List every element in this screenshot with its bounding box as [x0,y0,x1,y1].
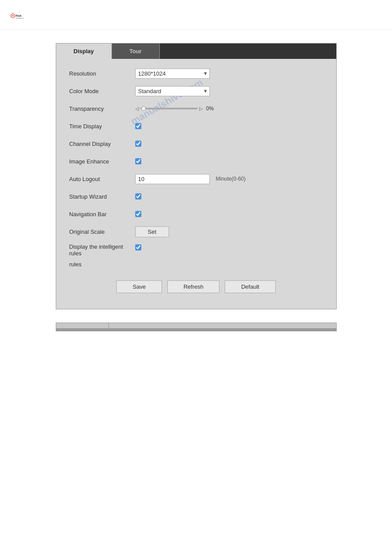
image-enhance-checkbox[interactable] [135,158,141,164]
resolution-row: Resolution 1280*1024 1920*1080 1024*768 … [69,68,323,79]
resolution-select-wrapper: 1280*1024 1920*1080 1024*768 800*600 ▼ [135,69,210,79]
action-buttons: Save Refresh Default [69,280,323,300]
display-rules-label: Display the intelligent rules [69,243,135,257]
tab-display[interactable]: Display [56,44,112,59]
auto-logout-input[interactable] [135,174,210,184]
rules-label-row: rules [69,258,323,270]
table-cell-row6-col2 [108,331,336,331]
transparency-slider-track[interactable] [140,108,198,109]
channel-display-row: Channel Display [69,138,323,149]
resolution-control: 1280*1024 1920*1080 1024*768 800*600 ▼ [135,69,210,79]
set-button[interactable]: Set [135,226,169,237]
color-mode-select[interactable]: Standard Soft Vivid [135,86,210,96]
transparency-control: ◁ ▷ 0% [135,105,214,112]
navigation-bar-control [135,211,141,217]
channel-display-label: Channel Display [69,141,135,147]
main-content: manualshive.com Display Tour Resolution … [0,30,392,345]
svg-text:TECHNOLOGY: TECHNOLOGY [16,18,24,19]
bottom-table [56,323,337,331]
table-header-col1 [56,323,108,329]
svg-text:hua: hua [16,14,22,18]
slider-left-arrow-icon: ◁ [135,106,139,112]
time-display-control [135,123,141,129]
transparency-label: Transparency [69,105,135,112]
image-enhance-row: Image Enhance [69,156,323,167]
original-scale-row: Original Scale Set [69,226,323,237]
image-enhance-control [135,158,141,164]
transparency-slider-thumb[interactable] [141,106,146,111]
save-button[interactable]: Save [116,280,162,293]
resolution-select[interactable]: 1280*1024 1920*1080 1024*768 800*600 [135,69,210,79]
display-rules-row: Display the intelligent rules [69,243,323,257]
settings-panel: manualshive.com Display Tour Resolution … [56,43,337,309]
original-scale-label: Original Scale [69,229,135,235]
rules-label: rules [69,261,135,268]
default-button[interactable]: Default [225,280,275,293]
channel-display-checkbox[interactable] [135,141,141,147]
navigation-bar-label: Navigation Bar [69,211,135,218]
startup-wizard-checkbox[interactable] [135,193,141,200]
time-display-checkbox[interactable] [135,123,141,129]
color-mode-row: Color Mode Standard Soft Vivid ▼ [69,85,323,97]
resolution-label: Resolution [69,70,135,77]
auto-logout-hint: Minute(0-60) [216,176,246,182]
table-header-col2 [108,323,336,329]
logo-area: hua TECHNOLOGY [0,0,392,30]
table-row [56,331,336,331]
transparency-row: Transparency ◁ ▷ 0% [69,103,323,114]
form-area: Resolution 1280*1024 1920*1080 1024*768 … [56,59,336,309]
navigation-bar-checkbox[interactable] [135,211,141,217]
auto-logout-label: Auto Logout [69,176,135,182]
display-rules-checkbox[interactable] [135,244,141,250]
navigation-bar-row: Navigation Bar [69,208,323,220]
table-header-row [56,323,336,329]
transparency-slider-container: ◁ ▷ 0% [135,105,214,112]
startup-wizard-row: Startup Wizard [69,191,323,202]
transparency-value: 0% [206,105,214,112]
tab-spacer [160,44,336,59]
display-rules-control [135,243,141,250]
tabs-row: Display Tour [56,44,336,59]
original-scale-control: Set [135,226,169,237]
time-display-label: Time Display [69,123,135,130]
table-cell-row6-col1 [56,331,108,331]
refresh-button[interactable]: Refresh [167,280,220,293]
auto-logout-row: Auto Logout Minute(0-60) [69,173,323,185]
startup-wizard-label: Startup Wizard [69,193,135,200]
dahua-logo-icon: hua TECHNOLOGY [11,8,26,24]
color-mode-select-wrapper: Standard Soft Vivid ▼ [135,86,210,96]
slider-right-arrow-icon: ▷ [199,106,203,112]
time-display-row: Time Display [69,120,323,132]
image-enhance-label: Image Enhance [69,158,135,165]
color-mode-control: Standard Soft Vivid ▼ [135,86,210,96]
color-mode-label: Color Mode [69,88,135,94]
auto-logout-control: Minute(0-60) [135,174,246,184]
channel-display-control [135,141,141,147]
tab-tour[interactable]: Tour [112,44,160,59]
startup-wizard-control [135,193,141,200]
